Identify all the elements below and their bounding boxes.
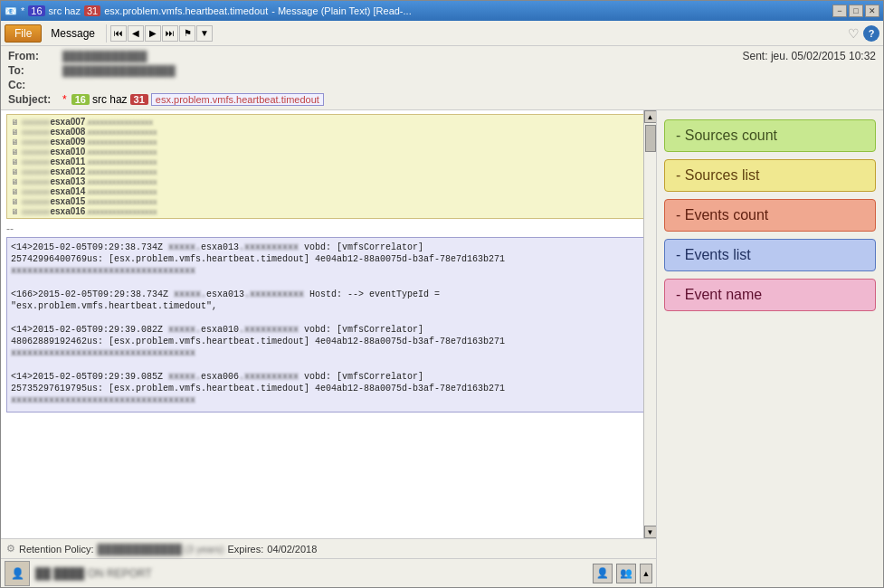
email-body-inner: 🖥 xxxxxxx esxa007 .xxxxxxxxxxxxxxxx 🖥 xx…: [1, 110, 656, 538]
list-item: 🖥 xxxxxxx esxa012 .xxxxxxxxxxxxxxxxx: [9, 166, 648, 176]
scroll-down-button[interactable]: ▼: [644, 526, 657, 538]
log-entry-1: <166>2015-02-05T09:29:38.734Z xxxxx.esxa…: [11, 289, 646, 312]
message-menu-button[interactable]: Message: [43, 25, 102, 42]
title-bar-left: 📧 * 16 src haz 31 esx.problem.vmfs.heart…: [5, 5, 412, 17]
nav-flag[interactable]: ⚑: [179, 25, 195, 42]
log-host-1: esxa013: [206, 289, 244, 299]
annotation-events-list-label: - Events list: [676, 247, 751, 262]
list-item: 🖥 xxxxxxx esxa008 .xxxxxxxxxxxxxxxxx: [9, 127, 648, 137]
footer-btn-2[interactable]: 👥: [616, 564, 636, 583]
server-icon-6: 🖥: [11, 177, 19, 186]
nav-forward-forward[interactable]: ⏭: [162, 25, 178, 42]
log-host-3: esxa006: [201, 372, 239, 382]
server-icon-8: 🖥: [11, 197, 19, 206]
expires-label: Expires:: [228, 544, 264, 555]
subject-row: Subject: * 16 src haz 31 esx.problem.vmf…: [8, 92, 876, 107]
log-extra-0: xxxxxxxxxxxxxxxxxxxxxxxxxxxxxxxxxx: [11, 266, 195, 276]
title-subject: esx.problem.vmfs.heartbeat.timedout: [104, 5, 268, 16]
list-item: 🖥 xxxxxxx esxa016 .xxxxxxxxxxxxxxxxx: [9, 206, 648, 216]
log-host-detail-2: .xxxxxxxxxx: [239, 325, 299, 335]
help-button[interactable]: ?: [863, 25, 879, 42]
annotation-events-list: - Events list: [664, 239, 876, 271]
email-header: From: ████████████ Sent: jeu. 05/02/2015…: [1, 46, 883, 110]
avatar: 👤: [5, 561, 30, 586]
log-entry-0: <14>2015-02-05T09:29:38.734Z xxxxx.esxa0…: [11, 242, 646, 277]
main-window: 📧 * 16 src haz 31 esx.problem.vmfs.heart…: [0, 0, 884, 588]
nav-back-back[interactable]: ⏮: [110, 25, 127, 42]
footer-buttons: 👤 👥 ▲: [593, 564, 652, 583]
subject-src-text: src haz: [92, 93, 128, 106]
log-host-blur-2: xxxxx.: [168, 325, 201, 335]
scroll-up-button[interactable]: ▲: [644, 110, 657, 123]
nav-forward[interactable]: ▶: [145, 25, 161, 42]
log-msg-3b: 25735297619795us: [esx.problem.vmfs.hear…: [11, 384, 505, 394]
title-count-tag: 16: [28, 5, 44, 16]
log-entry-2: <14>2015-02-05T09:29:39.082Z xxxxx.esxa0…: [11, 324, 646, 359]
server-icon-0: 🖥: [11, 118, 19, 127]
subject-content: * 16 src haz 31 esx.problem.vmfs.heartbe…: [62, 93, 324, 106]
close-button[interactable]: ✕: [865, 5, 879, 17]
avatar-icon: 👤: [11, 567, 24, 580]
expires-value: 04/02/2018: [267, 544, 317, 555]
server-icon-5: 🖥: [11, 167, 19, 176]
toolbar-right: ♡ ?: [848, 25, 879, 42]
title-src: src haz: [49, 5, 81, 16]
log-section: <14>2015-02-05T09:29:38.734Z xxxxx.esxa0…: [6, 237, 651, 413]
log-msg-2b: 48062889192462us: [esx.problem.vmfs.hear…: [11, 337, 505, 346]
log-entry-3: <14>2015-02-05T09:29:39.085Z xxxxx.esxa0…: [11, 371, 646, 406]
log-host-detail-1: .xxxxxxxxxx: [244, 289, 304, 299]
scroll-thumb[interactable]: [645, 125, 656, 152]
nav-down[interactable]: ▼: [196, 25, 213, 42]
log-msg-3: vobd: [vmfsCorrelator]: [304, 372, 423, 382]
annotation-event-name-label: - Event name: [676, 287, 762, 302]
toolbar: File Message ⏮ ◀ ▶ ⏭ ⚑ ▼ ♡ ?: [1, 21, 883, 46]
log-host-blur-1: xxxxx.: [174, 289, 206, 299]
annotation-event-name: - Event name: [664, 279, 876, 311]
footer-scroll-up[interactable]: ▲: [640, 564, 652, 583]
status-icon: ⚙: [6, 543, 15, 555]
log-msg-2: vobd: [vmfsCorrelator]: [304, 325, 423, 335]
scrollbar-vertical[interactable]: ▲ ▼: [643, 110, 656, 538]
subject-count-tag: 16: [71, 94, 90, 105]
annotation-sources-list: - Sources list: [664, 159, 876, 192]
subject-event: esx.problem.vmfs.heartbeat.timedout: [151, 93, 324, 106]
email-body[interactable]: 🖥 xxxxxxx esxa007 .xxxxxxxxxxxxxxxx 🖥 xx…: [1, 110, 656, 538]
log-msg-0b: 25742996400769us: [esx.problem.vmfs.hear…: [11, 254, 505, 264]
file-menu-button[interactable]: File: [5, 24, 42, 43]
log-msg-0: vobd: [vmfsCorrelator]: [304, 242, 423, 252]
log-host-2: esxa010: [201, 325, 239, 335]
to-row: To: ████████████████: [8, 63, 876, 78]
heart-icon[interactable]: ♡: [848, 26, 860, 41]
subject-label: Subject:: [8, 93, 62, 106]
annotation-sources-list-label: - Sources list: [676, 167, 759, 183]
server-icon-2: 🖥: [11, 138, 19, 147]
nav-back[interactable]: ◀: [128, 25, 144, 42]
sent-value: jeu. 05/02/2015 10:32: [771, 50, 876, 62]
list-item: 🖥 xxxxxxx esxa014 .xxxxxxxxxxxxxxxxx: [9, 186, 648, 196]
log-host-detail-3: .xxxxxxxxxx: [239, 372, 299, 382]
minimize-button[interactable]: −: [832, 5, 847, 17]
list-item: 🖥 xxxxxxx esxa009 .xxxxxxxxxxxxxxxxx: [9, 137, 648, 147]
maximize-button[interactable]: □: [849, 5, 863, 17]
subject-num-tag: 31: [130, 94, 148, 105]
sent-label: Sent: jeu. 05/02/2015 10:32: [743, 50, 876, 62]
server-icon-7: 🖥: [11, 187, 19, 196]
retention-label: Retention Policy:: [19, 544, 94, 555]
log-host-0: esxa013: [201, 242, 239, 252]
title-app-icon: 📧: [5, 5, 17, 17]
title-star: *: [21, 5, 24, 16]
log-timestamp-3: <14>2015-02-05T09:29:39.085Z: [11, 372, 168, 382]
list-item: 🖥 xxxxxxx esxa011 .xxxxxxxxxxxxxxxxx: [9, 156, 648, 166]
cc-row: Cc:: [8, 78, 876, 92]
right-panel: - Sources count - Sources list - Events …: [657, 110, 883, 587]
log-host-blur-3: xxxxx.: [168, 372, 201, 382]
to-value: ████████████████: [62, 65, 176, 76]
annotation-sources-count: - Sources count: [664, 119, 876, 152]
footer-user-name: ██ ████ ON REPORT: [35, 567, 152, 580]
log-extra-2: xxxxxxxxxxxxxxxxxxxxxxxxxxxxxxxxxx: [11, 348, 195, 358]
server-icon-3: 🖥: [11, 147, 19, 156]
log-extra-3: xxxxxxxxxxxxxxxxxxxxxxxxxxxxxxxxxx: [11, 395, 195, 405]
footer-btn-1[interactable]: 👤: [593, 564, 613, 583]
log-host-blur-0: xxxxx.: [168, 242, 201, 252]
main-area: 🖥 xxxxxxx esxa007 .xxxxxxxxxxxxxxxx 🖥 xx…: [1, 110, 883, 587]
